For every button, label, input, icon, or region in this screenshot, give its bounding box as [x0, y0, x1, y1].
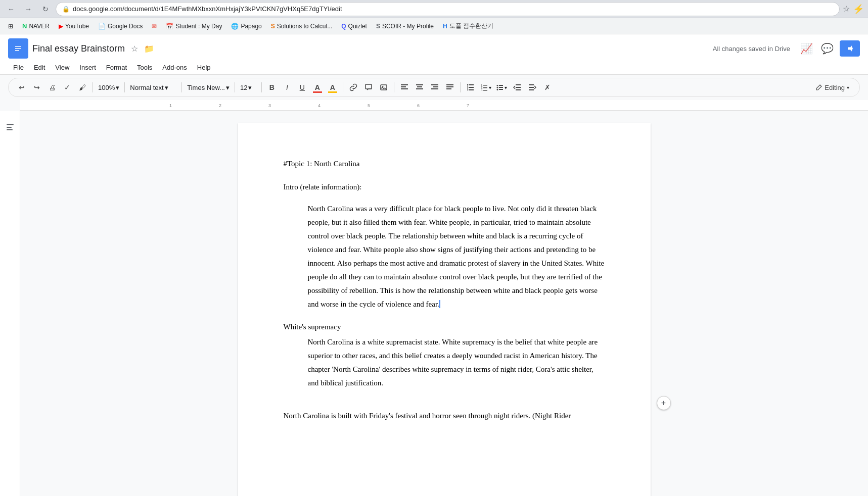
- bookmark-naver[interactable]: N NAVER: [18, 20, 54, 32]
- bookmark-youtube[interactable]: ▶ YouTube: [55, 21, 93, 32]
- extension-icon[interactable]: ⚡: [853, 4, 864, 15]
- svg-text:3: 3: [268, 103, 271, 108]
- insert-comment-button[interactable]: [361, 80, 376, 94]
- zoom-select[interactable]: 100% ▾: [96, 80, 121, 94]
- svg-rect-8: [401, 86, 406, 87]
- svg-rect-37: [529, 84, 534, 85]
- svg-rect-13: [431, 84, 438, 85]
- bookmark-tofel[interactable]: H 토플 점수환산기: [439, 20, 497, 32]
- svg-rect-7: [401, 84, 408, 85]
- align-center-button[interactable]: [413, 80, 427, 94]
- back-button[interactable]: ←: [4, 2, 18, 16]
- bookmark-google-docs[interactable]: 📄 Google Docs: [94, 21, 147, 32]
- bookmark-scoir[interactable]: S SCOIR - My Profile: [372, 21, 438, 32]
- menu-help[interactable]: Help: [192, 62, 216, 73]
- toolbar-divider-1: [93, 82, 93, 92]
- papago-icon: 🌐: [231, 23, 239, 30]
- add-block-button[interactable]: +: [657, 396, 671, 410]
- redo-button[interactable]: ↪: [30, 80, 44, 94]
- svg-text:2: 2: [219, 103, 221, 108]
- link-button[interactable]: [346, 80, 360, 94]
- docs-title-row: Final essay Brainstorm ☆ 📁 All changes s…: [8, 38, 860, 59]
- spell-check-button[interactable]: ✓: [60, 80, 74, 94]
- svg-rect-19: [469, 84, 474, 85]
- svg-rect-34: [516, 84, 521, 85]
- style-chevron-icon: ▾: [165, 84, 168, 91]
- menu-insert[interactable]: Insert: [74, 62, 101, 73]
- analytics-icon[interactable]: 📈: [798, 40, 815, 57]
- section2-paragraph1: North Carolina is a white supremacist st…: [308, 335, 605, 390]
- forward-button[interactable]: →: [21, 2, 35, 16]
- bookmark-papago[interactable]: 🌐 Papago: [227, 21, 265, 32]
- menu-edit[interactable]: Edit: [29, 62, 50, 73]
- outline-icon[interactable]: [2, 119, 18, 135]
- quizlet-icon: Q: [341, 23, 346, 30]
- toolbar-divider-2: [124, 82, 125, 92]
- apps-icon: ⊞: [8, 23, 13, 30]
- font-chevron-icon: ▾: [226, 84, 230, 91]
- folder-button[interactable]: 📁: [142, 43, 156, 55]
- align-left-button[interactable]: [397, 80, 412, 94]
- comments-icon[interactable]: 💬: [819, 40, 836, 57]
- bookmark-solutions[interactable]: S Solutions to Calcul...: [267, 21, 336, 32]
- text-color-swatch: [313, 91, 322, 93]
- section2-paragraph2: North Carolina is built with Friday's fe…: [284, 409, 605, 423]
- bulleted-list-select[interactable]: ▾: [494, 80, 509, 94]
- star-icon[interactable]: ☆: [843, 4, 850, 14]
- svg-rect-12: [416, 88, 423, 89]
- editing-mode-label: Editing: [825, 84, 845, 91]
- menu-format[interactable]: Format: [101, 62, 132, 73]
- fontsize-select[interactable]: 12 ▾: [238, 80, 258, 94]
- scoir-icon: S: [376, 23, 380, 30]
- svg-rect-21: [469, 89, 474, 90]
- justify-button[interactable]: [443, 80, 457, 94]
- svg-rect-15: [431, 88, 438, 89]
- print-button[interactable]: 🖨: [45, 80, 59, 94]
- editing-mode-select[interactable]: Editing ▾: [811, 82, 853, 93]
- svg-rect-35: [516, 87, 521, 88]
- bookmark-quizlet[interactable]: Q Quizlet: [337, 21, 371, 32]
- style-select[interactable]: Normal text ▾: [128, 80, 178, 94]
- undo-button[interactable]: ↩: [15, 80, 29, 94]
- increase-indent-button[interactable]: [525, 80, 539, 94]
- align-right-button[interactable]: [428, 80, 442, 94]
- clear-formatting-button[interactable]: ✗: [540, 80, 555, 94]
- svg-rect-50: [7, 129, 13, 130]
- highlight-button[interactable]: A: [326, 80, 340, 94]
- insert-image-button[interactable]: [377, 80, 391, 94]
- menu-view[interactable]: View: [50, 62, 74, 73]
- menu-file[interactable]: File: [8, 62, 29, 73]
- toolbar-divider-4: [235, 82, 235, 92]
- italic-button[interactable]: I: [280, 80, 294, 94]
- bookmark-student[interactable]: 📅 Student : My Day: [162, 21, 226, 32]
- doc-page[interactable]: #Topic 1: North Carolina Intro (relate i…: [238, 123, 651, 496]
- text-color-A: A: [315, 83, 320, 91]
- svg-point-30: [496, 87, 498, 88]
- toolbar: ↩ ↪ 🖨 ✓ 🖌 100% ▾ Normal text ▾ Times New…: [8, 78, 860, 97]
- decrease-indent-button[interactable]: [510, 80, 524, 94]
- intro-indented-text[interactable]: North Carolina was a very difficult plac…: [308, 202, 605, 311]
- highlight-swatch: [328, 91, 337, 93]
- address-bar[interactable]: 🔒 docs.google.com/document/d/1E4MFwthMXb…: [56, 2, 840, 16]
- font-select[interactable]: Times New... ▾: [185, 80, 232, 94]
- line-spacing-button[interactable]: [464, 80, 478, 94]
- menu-tools[interactable]: Tools: [132, 62, 157, 73]
- share-button[interactable]: [840, 40, 860, 57]
- svg-rect-29: [499, 85, 503, 86]
- text-color-button[interactable]: A: [310, 80, 325, 94]
- browser-chrome: ← → ↻ 🔒 docs.google.com/document/d/1E4MF…: [0, 0, 868, 18]
- bookmark-gmail[interactable]: ✉: [148, 21, 161, 32]
- refresh-button[interactable]: ↻: [38, 2, 53, 16]
- star-title-button[interactable]: ☆: [129, 43, 140, 55]
- paint-format-button[interactable]: 🖌: [75, 80, 89, 94]
- svg-rect-38: [529, 87, 534, 88]
- svg-rect-20: [469, 87, 474, 88]
- underline-button[interactable]: U: [295, 80, 309, 94]
- numbered-list-select[interactable]: 1.2.3. ▾: [479, 80, 493, 94]
- svg-text:4: 4: [318, 103, 321, 108]
- bookmark-apps[interactable]: ⊞: [4, 21, 17, 32]
- style-value: Normal text: [130, 84, 163, 91]
- fontsize-chevron-icon: ▾: [248, 84, 252, 91]
- bold-button[interactable]: B: [265, 80, 279, 94]
- menu-addons[interactable]: Add-ons: [157, 62, 192, 73]
